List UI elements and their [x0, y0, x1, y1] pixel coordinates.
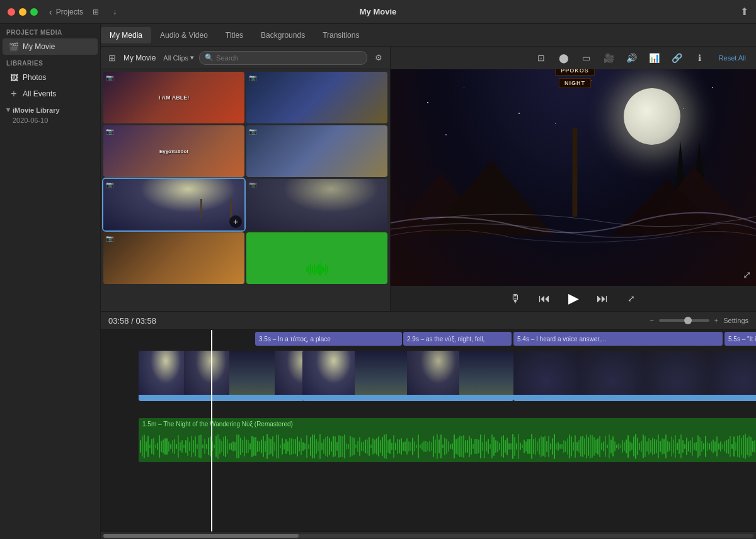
- search-input[interactable]: [216, 54, 362, 62]
- preview-toolbar: ⊡ ⬤ ▭ 🎥 🔊 📊 🔗 ℹ Reset All: [391, 47, 756, 69]
- clip-item-8[interactable]: [246, 232, 387, 284]
- tab-titles[interactable]: Titles: [217, 27, 252, 43]
- clip-camera-icon-6: 📷: [249, 181, 256, 188]
- tab-transitions[interactable]: Transitions: [314, 27, 368, 43]
- middle-panel: ⊞ My Movie All Clips ▾ 🔍 ⚙: [101, 47, 756, 311]
- scroll-track[interactable]: [103, 534, 753, 538]
- clip-item-3[interactable]: 📷 Εγχοπεδόο!: [103, 125, 244, 177]
- signpost: FΧΧΗΟΧΑΧ PPOKOS NIGHT: [572, 128, 577, 217]
- tab-backgrounds[interactable]: Backgrounds: [252, 27, 314, 43]
- back-label: Projects: [56, 8, 83, 16]
- maximize-button[interactable]: [30, 8, 38, 16]
- audio-clip-1[interactable]: 1.5m – The Night of the Wandering Νύξ (R…: [139, 418, 756, 462]
- grid-view-icon[interactable]: ⊞: [89, 6, 102, 18]
- clip-item-1[interactable]: 📷 I AM ABLE!: [103, 72, 244, 123]
- play-pause-button[interactable]: ▶: [564, 289, 583, 308]
- clip-item-4[interactable]: 📷: [246, 125, 387, 177]
- crop-tool[interactable]: ⊡: [534, 50, 549, 65]
- audio-waveform: [139, 431, 756, 462]
- sort-icon[interactable]: ↓: [108, 6, 121, 18]
- project-media-label: PROJECT MEDIA: [0, 24, 100, 38]
- caption-segment-2: 2.9s – as the νύξ, night, fell,: [403, 332, 512, 346]
- window-controls: [8, 8, 38, 16]
- all-events-icon: +: [9, 89, 19, 99]
- libraries-label: LIBRARIES: [0, 55, 100, 69]
- imovie-library-label: iMovie Library: [13, 106, 60, 114]
- clip-camera-icon-1: 📷: [106, 74, 113, 81]
- sidebar-item-photos[interactable]: 🖼 Photos: [3, 69, 98, 86]
- clip-grid: 📷 I AM ABLE! 📷 📷: [101, 69, 390, 311]
- clips-filter-selector[interactable]: All Clips ▾: [163, 54, 194, 62]
- video-clip-2[interactable]: [302, 351, 513, 401]
- clip-item-5[interactable]: 📷 +: [103, 179, 244, 230]
- clip-add-button-5[interactable]: +: [229, 215, 242, 228]
- info-tool[interactable]: ℹ: [692, 50, 707, 65]
- caption-track: 3.5s – In a τόπος, a place 2.9s – as the…: [101, 330, 756, 348]
- skip-forward-button[interactable]: ⏭: [593, 289, 612, 308]
- sidebar-photos-label: Photos: [23, 73, 46, 82]
- media-browser: ⊞ My Movie All Clips ▾ 🔍 ⚙: [101, 47, 391, 311]
- fullscreen-button[interactable]: ⤢: [622, 289, 641, 308]
- clip-tool[interactable]: ▭: [579, 50, 594, 65]
- browser-project-name: My Movie: [123, 54, 156, 62]
- window-title: My Movie: [360, 7, 397, 16]
- sidebar: PROJECT MEDIA 🎬 My Movie LIBRARIES 🖼 Pho…: [0, 24, 101, 539]
- clip-label-3: Εγχοπεδόο!: [159, 149, 188, 154]
- grid-view-button[interactable]: ⊞: [106, 52, 118, 64]
- imovie-library-item[interactable]: ▾ iMovie Library: [0, 102, 100, 115]
- movie-icon: 🎬: [9, 42, 19, 52]
- caption-segment-4: 5.5s – "It is δεῖ, necessary,"...: [724, 332, 756, 346]
- clip-label-1: I AM ABLE!: [159, 94, 189, 101]
- video-clip-3[interactable]: [513, 351, 756, 401]
- search-box: 🔍: [199, 51, 367, 65]
- video-clip-1[interactable]: [139, 351, 321, 401]
- clip-camera-icon-3: 📷: [106, 128, 113, 135]
- moon-element: [624, 88, 680, 145]
- main-layout: PROJECT MEDIA 🎬 My Movie LIBRARIES 🖼 Pho…: [0, 24, 756, 539]
- tab-my-media[interactable]: My Media: [101, 27, 151, 43]
- skip-back-button[interactable]: ⏮: [535, 289, 554, 308]
- zoom-in-icon[interactable]: +: [714, 317, 718, 324]
- signpost-pole: [572, 128, 577, 217]
- scroll-thumb[interactable]: [103, 534, 299, 538]
- tab-audio-video[interactable]: Audio & Video: [151, 27, 217, 43]
- media-browser-toolbar: ⊞ My Movie All Clips ▾ 🔍 ⚙: [101, 47, 390, 69]
- media-tabs: My Media Audio & Video Titles Background…: [101, 24, 756, 47]
- caption-segment-1: 3.5s – In a τόπος, a place: [255, 332, 402, 346]
- sidebar-item-my-movie[interactable]: 🎬 My Movie: [3, 38, 98, 55]
- expand-preview-button[interactable]: ⤢: [743, 269, 751, 281]
- timeline-playhead[interactable]: [211, 330, 212, 531]
- clip-camera-icon-5: 📷: [106, 181, 113, 188]
- reset-all-button[interactable]: Reset All: [715, 53, 750, 63]
- share-tool[interactable]: 🔗: [670, 50, 685, 65]
- sign-3: NIGHT: [559, 78, 591, 88]
- timeline-settings-button[interactable]: Settings: [723, 317, 748, 324]
- color-tool[interactable]: ⬤: [556, 50, 571, 65]
- content-area: My Media Audio & Video Titles Background…: [101, 24, 756, 539]
- timeline-current-time: 03:58 / 03:58: [108, 316, 156, 326]
- clip-camera-icon-7: 📷: [106, 235, 113, 242]
- timeline-header: 03:58 / 03:58 − + Settings: [101, 311, 756, 330]
- browser-settings-button[interactable]: ⚙: [372, 52, 385, 64]
- zoom-out-icon[interactable]: −: [650, 317, 653, 324]
- clip-item-7[interactable]: 📷: [103, 232, 244, 284]
- clip-item-2[interactable]: 📷: [246, 72, 387, 123]
- audio-track: 1.5m – The Night of the Wandering Νύξ (R…: [101, 415, 756, 465]
- sidebar-events-label: All Events: [23, 89, 56, 98]
- camera-tool[interactable]: 🎥: [602, 50, 617, 65]
- close-button[interactable]: [8, 8, 15, 16]
- chart-tool[interactable]: 📊: [647, 50, 662, 65]
- green-clip-waveform: [246, 260, 387, 279]
- timeline-scrollbar[interactable]: [101, 531, 756, 539]
- clip-item-6[interactable]: 📷: [246, 179, 387, 230]
- sidebar-item-all-events[interactable]: + All Events: [3, 86, 98, 102]
- zoom-slider[interactable]: [659, 319, 709, 322]
- timeline: 3.5s – In a τόπος, a place 2.9s – as the…: [101, 330, 756, 531]
- audio-tool[interactable]: 🔊: [624, 50, 639, 65]
- timeline-zoom-control: − + Settings: [650, 317, 748, 324]
- minimize-button[interactable]: [19, 8, 26, 16]
- timeline-clips: 3.5s – In a τόπος, a place 2.9s – as the…: [101, 330, 756, 531]
- back-navigation[interactable]: ‹ Projects: [49, 7, 83, 17]
- share-icon[interactable]: ⬆: [740, 6, 748, 18]
- mic-button[interactable]: 🎙: [506, 289, 525, 308]
